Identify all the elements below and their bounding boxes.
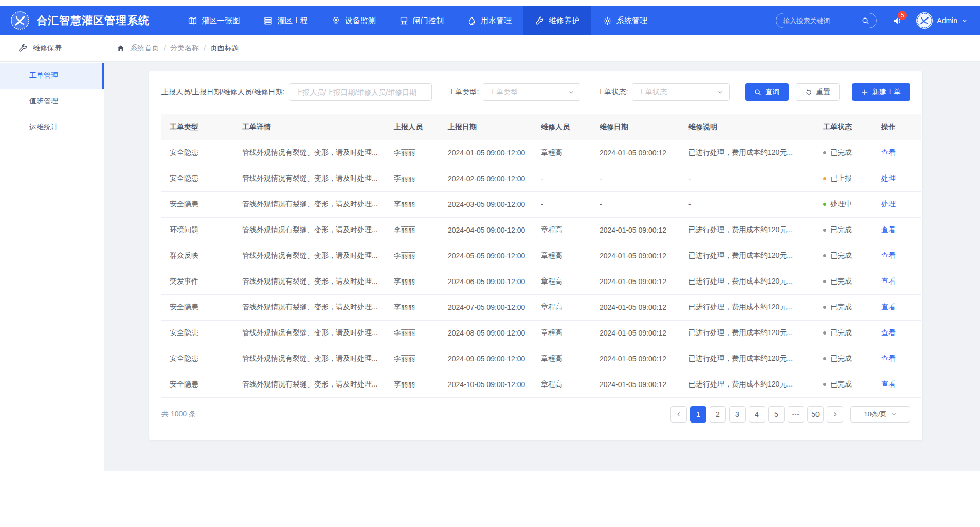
nav-item[interactable]: 用水管理 xyxy=(456,6,523,35)
page-button[interactable]: 1 xyxy=(690,406,706,423)
cell-detail: 管线外观情况有裂缝、变形，请及时处理... xyxy=(236,294,388,320)
chevron-down-icon xyxy=(568,89,574,95)
nav-item[interactable]: 系统管理 xyxy=(591,6,659,35)
next-page-button[interactable] xyxy=(827,406,843,423)
status-filter-select[interactable]: 工单状态 xyxy=(632,83,730,101)
create-workorder-button[interactable]: 新建工单 xyxy=(852,83,910,101)
sidebar-item[interactable]: 运维统计 xyxy=(0,114,104,140)
page-button[interactable]: 2 xyxy=(710,406,726,423)
table-row: 环境问题 管线外观情况有裂缝、变形，请及时处理... 李丽丽 2024-04-0… xyxy=(161,217,921,243)
breadcrumb-item[interactable]: 分类名称 xyxy=(170,44,199,53)
cell-repair-note: 已进行处理，费用成本约120元... xyxy=(682,140,817,166)
sidebar-item[interactable]: 工单管理 xyxy=(0,63,104,89)
table-row: 安全隐患 管线外观情况有裂缝、变形，请及时处理... 李丽丽 2024-09-0… xyxy=(161,346,921,372)
action-link[interactable]: 查看 xyxy=(881,328,896,337)
cell-reporter: 李丽丽 xyxy=(388,294,442,320)
column-header: 工单状态 xyxy=(817,114,875,140)
top-strip xyxy=(0,0,980,6)
action-link[interactable]: 查看 xyxy=(881,225,896,234)
global-search[interactable] xyxy=(776,13,877,28)
sidebar-menu: 工单管理 值班管理 运维统计 xyxy=(0,62,104,140)
cell-repair-date: 2024-01-05 09:00:12 xyxy=(593,372,682,397)
column-header: 上报人员 xyxy=(388,114,442,140)
cell-reporter: 李丽丽 xyxy=(388,191,442,217)
page-button[interactable]: 4 xyxy=(749,406,765,423)
cell-type: 安全隐患 xyxy=(161,372,236,397)
action-link[interactable]: 处理 xyxy=(881,200,896,208)
cell-repair-note: 已进行处理，费用成本约120元... xyxy=(682,372,817,397)
cell-status: 已完成 xyxy=(817,320,875,346)
action-link[interactable]: 查看 xyxy=(881,303,896,311)
reset-button[interactable]: 重置 xyxy=(796,83,840,101)
status-filter-label: 工单状态: xyxy=(597,87,628,97)
cell-report-date: 2024-06-05 09:00-12:00 xyxy=(442,269,535,294)
status-label: 已上报 xyxy=(830,174,852,182)
breadcrumb-bar: 系统首页/分类名称/页面标题 xyxy=(104,35,980,62)
prev-page-button[interactable] xyxy=(670,406,687,423)
cell-repairer: 章程高 xyxy=(535,372,593,397)
cell-detail: 管线外观情况有裂缝、变形，请及时处理... xyxy=(236,140,388,166)
cell-repairer: 章程高 xyxy=(535,243,593,269)
status-dot xyxy=(823,383,826,386)
breadcrumb-item[interactable]: 系统首页 xyxy=(130,44,159,53)
cell-status: 处理中 xyxy=(817,191,875,217)
cell-reporter: 李丽丽 xyxy=(388,166,442,191)
type-filter-label: 工单类型: xyxy=(448,87,479,97)
cell-report-date: 2024-04-05 09:00-12:00 xyxy=(442,217,535,243)
cell-type: 环境问题 xyxy=(161,217,236,243)
cell-action: 查看 xyxy=(875,372,921,397)
app-logo-icon xyxy=(10,11,30,30)
content-column: 系统首页/分类名称/页面标题 上报人员/上报日期/维修人员/维修日期: 工单类型… xyxy=(104,35,980,471)
column-header: 操作 xyxy=(875,114,921,140)
page-button[interactable]: 3 xyxy=(729,406,746,423)
global-search-input[interactable] xyxy=(783,17,862,25)
table-row: 群众反映 管线外观情况有裂缝、变形，请及时处理... 李丽丽 2024-05-0… xyxy=(161,243,921,269)
cell-status: 已完成 xyxy=(817,269,875,294)
action-link[interactable]: 查看 xyxy=(881,354,896,362)
action-link[interactable]: 查看 xyxy=(881,277,896,285)
keyword-filter-input[interactable] xyxy=(289,83,432,101)
nav-item[interactable]: 闸门控制 xyxy=(388,6,456,35)
cell-repair-note: 已进行处理，费用成本约120元... xyxy=(682,217,817,243)
filter-row: 上报人员/上报日期/维修人员/维修日期: 工单类型: 工单类型 工单状态: 工单… xyxy=(161,83,910,101)
cell-report-date: 2024-07-05 09:00-12:00 xyxy=(442,294,535,320)
status-label: 已完成 xyxy=(830,251,852,259)
cell-detail: 管线外观情况有裂缝、变形，请及时处理... xyxy=(236,346,388,372)
page-ellipsis-button[interactable]: ••• xyxy=(788,406,804,423)
table-row: 安全隐患 管线外观情况有裂缝、变形，请及时处理... 李丽丽 2024-01-0… xyxy=(161,140,921,166)
cell-repairer: 章程高 xyxy=(535,294,593,320)
action-link[interactable]: 查看 xyxy=(881,148,896,156)
nav-item[interactable]: 灌区一张图 xyxy=(176,6,252,35)
cell-detail: 管线外观情况有裂缝、变形，请及时处理... xyxy=(236,166,388,191)
type-filter-select[interactable]: 工单类型 xyxy=(483,83,580,101)
content-area: 上报人员/上报日期/维修人员/维修日期: 工单类型: 工单类型 工单状态: 工单… xyxy=(104,62,980,471)
sidebar-item[interactable]: 值班管理 xyxy=(0,89,104,114)
user-menu[interactable]: Admin xyxy=(916,12,968,29)
cell-status: 已上报 xyxy=(817,166,875,191)
notification-button[interactable]: 5 xyxy=(892,15,903,26)
column-header: 工单详情 xyxy=(236,114,388,140)
page-button[interactable]: 5 xyxy=(768,406,785,423)
status-label: 已完成 xyxy=(830,277,852,285)
reset-icon xyxy=(805,89,812,96)
search-button[interactable]: 查询 xyxy=(745,83,789,101)
page-size-select[interactable]: 10条/页 xyxy=(850,406,910,423)
table-row: 突发事件 管线外观情况有裂缝、变形，请及时处理... 李丽丽 2024-06-0… xyxy=(161,269,921,294)
status-dot xyxy=(823,151,826,154)
cell-action: 查看 xyxy=(875,269,921,294)
breadcrumb-item[interactable]: 页面标题 xyxy=(210,44,239,53)
column-header: 维修日期 xyxy=(593,114,682,140)
nav-item[interactable]: 灌区工程 xyxy=(252,6,320,35)
cell-repair-date: 2024-01-05 09:00:12 xyxy=(593,320,682,346)
cell-type: 安全隐患 xyxy=(161,191,236,217)
search-icon[interactable] xyxy=(862,17,869,25)
nav-item[interactable]: 设备监测 xyxy=(320,6,388,35)
cell-type: 群众反映 xyxy=(161,243,236,269)
home-icon[interactable] xyxy=(117,44,125,52)
action-link[interactable]: 查看 xyxy=(881,380,896,388)
action-link[interactable]: 查看 xyxy=(881,251,896,259)
nav-item[interactable]: 维修养护 xyxy=(523,6,591,35)
page-button[interactable]: 50 xyxy=(807,406,824,423)
action-link[interactable]: 处理 xyxy=(881,174,896,182)
cell-repair-date: 2024-01-05 09:00:12 xyxy=(593,269,682,294)
